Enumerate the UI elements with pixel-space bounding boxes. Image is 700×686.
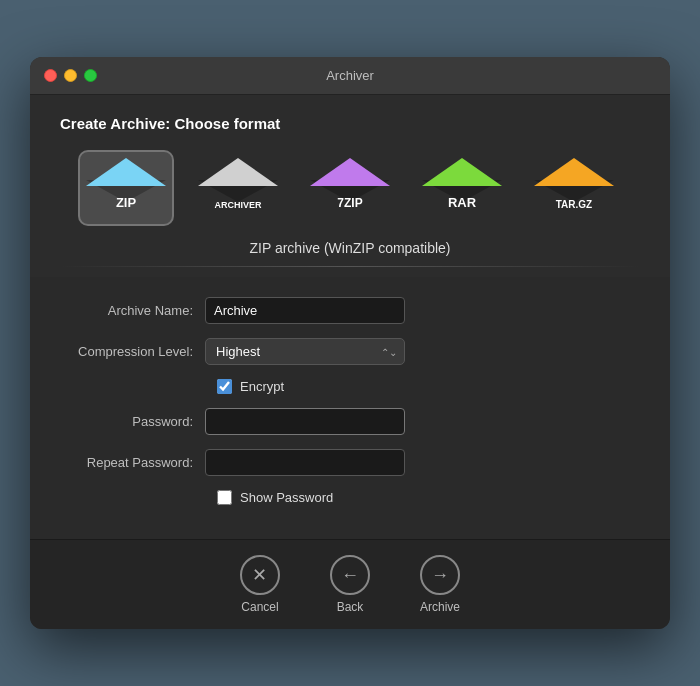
archiver-flap [198, 158, 278, 186]
repeat-password-input[interactable] [205, 449, 405, 476]
compression-row: Compression Level: None Lowest Low Norma… [60, 338, 640, 365]
back-icon: ← [341, 565, 359, 586]
content-area: Create Archive: Choose format ZIP ARCHIV… [30, 95, 670, 267]
archive-button[interactable]: → Archive [420, 555, 460, 614]
password-row: Password: [60, 408, 640, 435]
7zip-flap [310, 158, 390, 186]
targz-envelope: TAR.GZ [534, 158, 614, 218]
minimize-button[interactable] [64, 69, 77, 82]
title-bar: Archiver [30, 57, 670, 95]
repeat-password-row: Repeat Password: [60, 449, 640, 476]
cancel-label: Cancel [241, 600, 278, 614]
app-window: Archiver Create Archive: Choose format Z… [30, 57, 670, 629]
divider [60, 266, 640, 267]
archiver-envelope: ARCHIVER [198, 158, 278, 218]
archive-label: Archive [420, 600, 460, 614]
back-button[interactable]: ← Back [330, 555, 370, 614]
targz-flap [534, 158, 614, 186]
compression-label: Compression Level: [60, 344, 205, 359]
7zip-label: 7ZIP [337, 196, 362, 210]
cancel-button[interactable]: ✕ Cancel [240, 555, 280, 614]
format-7zip[interactable]: 7ZIP [302, 150, 398, 226]
close-button[interactable] [44, 69, 57, 82]
archive-name-input[interactable] [205, 297, 405, 324]
rar-label: RAR [448, 195, 476, 210]
section-header: Create Archive: Choose format [60, 115, 640, 132]
rar-flap [422, 158, 502, 186]
format-rar[interactable]: RAR [414, 150, 510, 226]
cancel-circle: ✕ [240, 555, 280, 595]
format-zip[interactable]: ZIP [78, 150, 174, 226]
password-input[interactable] [205, 408, 405, 435]
header-subtitle: Choose format [175, 115, 281, 132]
show-password-row: Show Password [60, 490, 640, 505]
header-bold: Create Archive: [60, 115, 170, 132]
format-description: ZIP archive (WinZIP compatible) [60, 240, 640, 256]
archiver-label: ARCHIVER [214, 200, 261, 210]
encrypt-label[interactable]: Encrypt [240, 379, 284, 394]
archive-name-row: Archive Name: [60, 297, 640, 324]
repeat-password-label: Repeat Password: [60, 455, 205, 470]
targz-label: TAR.GZ [556, 199, 592, 210]
encrypt-checkbox[interactable] [217, 379, 232, 394]
7zip-envelope: 7ZIP [310, 158, 390, 218]
password-label: Password: [60, 414, 205, 429]
cancel-icon: ✕ [252, 564, 267, 586]
bottom-bar: ✕ Cancel ← Back → Archive [30, 539, 670, 629]
form-section: Archive Name: Compression Level: None Lo… [30, 277, 670, 539]
show-password-checkbox[interactable] [217, 490, 232, 505]
compression-select-wrapper: None Lowest Low Normal High Highest [205, 338, 405, 365]
format-targz[interactable]: TAR.GZ [526, 150, 622, 226]
archive-icon: → [431, 565, 449, 586]
maximize-button[interactable] [84, 69, 97, 82]
format-row: ZIP ARCHIVER 7ZIP [60, 150, 640, 226]
zip-envelope: ZIP [86, 158, 166, 218]
back-label: Back [337, 600, 364, 614]
rar-envelope: RAR [422, 158, 502, 218]
zip-flap [86, 158, 166, 186]
window-title: Archiver [326, 68, 374, 83]
compression-select[interactable]: None Lowest Low Normal High Highest [205, 338, 405, 365]
format-archiver[interactable]: ARCHIVER [190, 150, 286, 226]
archive-name-label: Archive Name: [60, 303, 205, 318]
zip-label: ZIP [116, 195, 136, 210]
traffic-lights [44, 69, 97, 82]
show-password-label[interactable]: Show Password [240, 490, 333, 505]
archive-circle: → [420, 555, 460, 595]
back-circle: ← [330, 555, 370, 595]
encrypt-row: Encrypt [60, 379, 640, 394]
